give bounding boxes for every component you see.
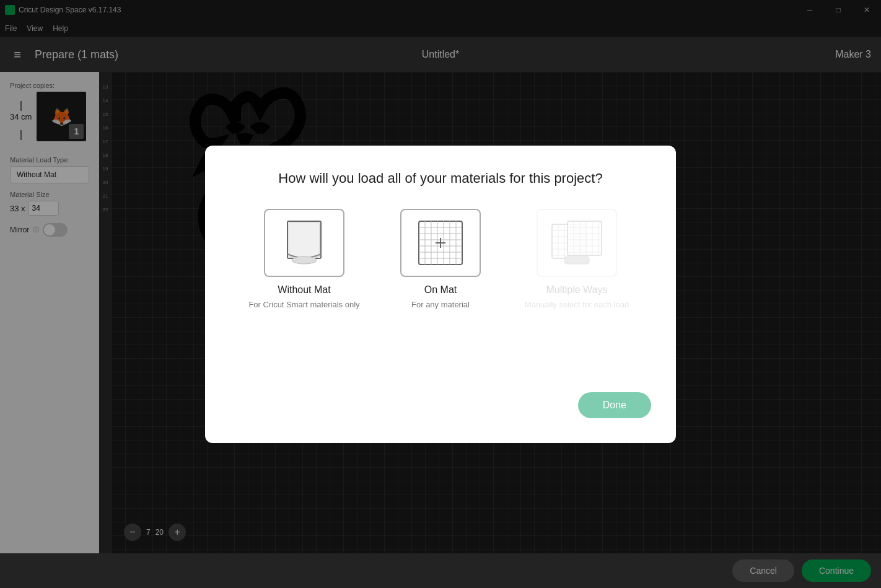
option-on-mat-sublabel: For any material	[411, 299, 470, 310]
option-card-without-mat[interactable]	[264, 209, 344, 277]
without-mat-icon	[283, 218, 326, 268]
dialog-footer: Done	[230, 392, 651, 418]
option-without-mat-label: Without Mat	[278, 284, 330, 296]
option-multiple-ways: Multiple Ways Manually select for each l…	[521, 209, 633, 310]
option-on-mat[interactable]: On Mat For any material	[385, 209, 496, 310]
option-card-on-mat[interactable]	[400, 209, 481, 277]
svg-point-2	[292, 257, 317, 264]
svg-rect-29	[568, 221, 602, 255]
modal-overlay: How will you load all of your materials …	[0, 0, 881, 588]
dialog-options: Without Mat For Cricut Smart materials o…	[248, 209, 633, 310]
done-button[interactable]: Done	[578, 392, 651, 418]
svg-rect-40	[564, 257, 589, 264]
option-on-mat-label: On Mat	[424, 284, 457, 296]
option-without-mat[interactable]: Without Mat For Cricut Smart materials o…	[248, 209, 360, 310]
option-multiple-ways-label: Multiple Ways	[546, 284, 608, 296]
dialog-title: How will you load all of your materials …	[278, 170, 602, 186]
option-without-mat-sublabel: For Cricut Smart materials only	[248, 299, 359, 310]
on-mat-icon	[416, 218, 465, 268]
option-card-multiple-ways	[537, 209, 617, 277]
option-multiple-ways-sublabel: Manually select for each load	[525, 299, 629, 310]
multiple-ways-icon	[549, 218, 605, 268]
dialog: How will you load all of your materials …	[205, 146, 676, 443]
svg-rect-1	[289, 222, 320, 257]
